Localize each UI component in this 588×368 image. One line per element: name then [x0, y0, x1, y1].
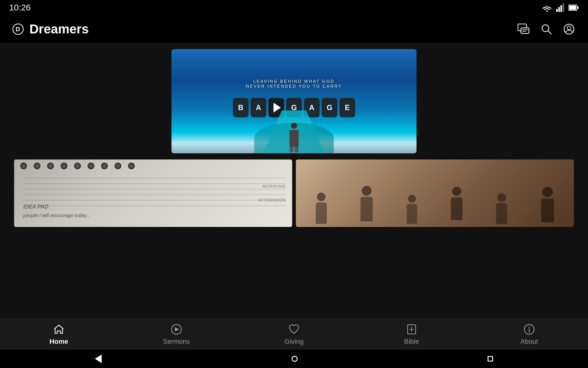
android-back-button[interactable] — [95, 355, 102, 363]
status-icons — [541, 3, 579, 12]
nav-giving-label: Giving — [285, 338, 303, 346]
nav-sermons-label: Sermons — [163, 338, 190, 346]
tile-e: E — [339, 98, 355, 117]
nav-bible-label: Bible — [404, 338, 419, 346]
home-circle-icon — [292, 356, 298, 362]
battery-icon — [568, 4, 579, 11]
status-bar: 10:26 — [0, 0, 588, 15]
svg-point-16 — [567, 26, 571, 30]
svg-line-14 — [548, 31, 551, 34]
heart-icon — [288, 324, 300, 335]
svg-rect-3 — [563, 3, 564, 12]
app-title: Dreamers — [29, 22, 89, 36]
bottom-nav: Home Sermons Giving Bible About — [0, 319, 588, 350]
nav-about-label: About — [520, 338, 538, 346]
tile-b: B — [233, 98, 249, 117]
chat-icon-button[interactable] — [517, 22, 530, 36]
svg-rect-2 — [560, 5, 562, 12]
info-icon — [523, 324, 535, 335]
tile-g3: G — [322, 98, 337, 117]
app-logo-icon: D — [12, 23, 24, 35]
search-icon-button[interactable] — [540, 22, 553, 36]
svg-text:D: D — [16, 26, 20, 33]
signal-icon — [556, 3, 565, 12]
android-home-button[interactable] — [292, 356, 298, 362]
nav-home-label: Home — [49, 338, 68, 346]
nav-item-home[interactable]: Home — [0, 320, 118, 349]
toolbar: D Dreamers — [0, 15, 588, 43]
recent-icon — [488, 356, 493, 362]
account-icon — [564, 24, 575, 35]
android-recent-button[interactable] — [488, 356, 493, 362]
nav-item-giving[interactable]: Giving — [235, 320, 353, 349]
svg-rect-0 — [556, 9, 558, 12]
account-icon-button[interactable] — [562, 22, 576, 36]
svg-rect-6 — [577, 6, 579, 9]
chat-icon — [518, 24, 530, 35]
video-caption: LEAVING BEHIND WHAT GOD NEVER INTENDED Y… — [246, 79, 342, 89]
status-time: 10:26 — [9, 3, 31, 13]
android-nav-bar — [0, 350, 588, 368]
bible-icon — [406, 324, 417, 335]
featured-video[interactable]: LEAVING BEHIND WHAT GOD NEVER INTENDED Y… — [172, 49, 417, 153]
notebook-subtext: people I will encourage today... — [23, 213, 90, 218]
play-circle-icon — [171, 324, 182, 335]
back-icon — [95, 355, 102, 363]
nav-item-bible[interactable]: Bible — [353, 320, 470, 349]
nav-item-about[interactable]: About — [470, 320, 588, 349]
svg-rect-10 — [521, 28, 529, 33]
nav-item-sermons[interactable]: Sermons — [118, 320, 235, 349]
svg-rect-5 — [569, 6, 576, 10]
tile-a1: A — [251, 98, 266, 117]
svg-point-23 — [529, 327, 530, 328]
notebook-text: IDEA PAD — [23, 204, 48, 210]
svg-rect-1 — [558, 7, 560, 12]
home-icon — [53, 324, 65, 335]
wifi-icon — [541, 3, 552, 12]
main-content: LEAVING BEHIND WHAT GOD NEVER INTENDED Y… — [0, 43, 588, 328]
thumbnails-row: IDEA PAD people I will encourage today..… — [12, 159, 576, 227]
search-icon — [541, 24, 552, 35]
thumb-notebook[interactable]: IDEA PAD people I will encourage today..… — [14, 159, 292, 227]
toolbar-right — [517, 22, 576, 36]
toolbar-left: D Dreamers — [12, 22, 89, 36]
thumb-people[interactable] — [296, 159, 574, 227]
